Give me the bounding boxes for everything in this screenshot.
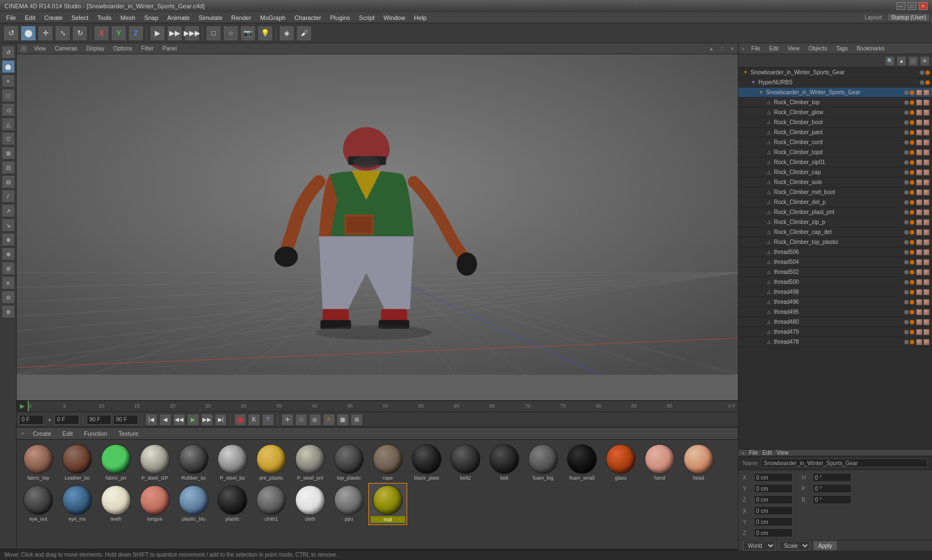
obj-tag-5-0[interactable] [916, 119, 923, 126]
attr-sz-field[interactable] [754, 528, 793, 537]
obj-vis-dot-14[interactable] [904, 210, 909, 215]
obj-render-dot-26[interactable] [910, 330, 914, 334]
tool-12[interactable]: ↘ [2, 218, 15, 232]
motion-btn[interactable]: ◎ [309, 414, 321, 426]
timeline-ruler[interactable]: ▶ 0 5 10 15 20 25 30 35 40 45 50 55 60 6… [17, 400, 738, 411]
obj-vis-dot-0[interactable] [920, 70, 924, 75]
obj-tag-17-1[interactable] [923, 239, 930, 246]
vp-max-btn[interactable]: □ [721, 46, 723, 52]
obj-tag-7-1[interactable] [923, 139, 930, 146]
obj-vis-dot-12[interactable] [904, 190, 909, 195]
obj-tag-23-1[interactable] [923, 299, 930, 306]
menu-simulate[interactable]: Simulate [195, 13, 226, 22]
mat-item-fabric_top[interactable]: fabric_top [19, 442, 58, 483]
obj-render-dot-18[interactable] [910, 250, 914, 254]
obj-row-6[interactable]: △Rock_Climber_pant [738, 128, 932, 138]
mat-item-foam_big[interactable]: foam_big [524, 442, 563, 483]
obj-tab-objects[interactable]: Objects [806, 45, 829, 52]
obj-tag-17-0[interactable] [916, 239, 923, 246]
scale-btn[interactable]: ⤡ [55, 26, 70, 41]
obj-row-9[interactable]: △Rock_Climber_zip01 [738, 157, 932, 167]
obj-row-3[interactable]: △Rock_Climber_top [738, 98, 932, 108]
obj-render-dot-12[interactable] [910, 190, 914, 195]
obj-render-dot-7[interactable] [910, 140, 914, 145]
obj-row-7[interactable]: △Rock_Climber_cord [738, 138, 932, 147]
tool-11[interactable]: ↗ [2, 204, 15, 217]
mat-item-Leather_bo[interactable]: Leather_bo [58, 442, 97, 483]
mat-item-plastic_blu[interactable]: plastic_blu [174, 483, 213, 525]
obj-render-dot-24[interactable] [910, 310, 914, 314]
obj-tag-16-1[interactable] [923, 229, 930, 236]
maximize-button[interactable]: □ [908, 2, 916, 10]
menu-animate[interactable]: Animate [164, 13, 194, 22]
obj-render-dot-10[interactable] [910, 170, 914, 175]
obj-row-1[interactable]: ▼HyperNURBS [738, 78, 932, 88]
mat-tab-create[interactable]: Create [31, 429, 53, 438]
obj-render-dot-21[interactable] [910, 280, 914, 284]
obj-tag-8-0[interactable] [916, 149, 923, 156]
mat-item-top_plastic[interactable]: top_plastic [330, 442, 368, 483]
snap-btn[interactable]: ✛ [281, 414, 293, 426]
obj-vis-dot-16[interactable] [904, 230, 909, 235]
obj-tag-2-0[interactable] [916, 89, 923, 96]
obj-tab-bookmarks[interactable]: Bookmarks [854, 45, 887, 52]
x-axis-btn[interactable]: X [94, 26, 109, 41]
select-btn[interactable]: ⬤ [21, 26, 36, 41]
obj-vis-dot-27[interactable] [904, 340, 909, 344]
obj-tool-close[interactable]: ✕ [920, 56, 930, 66]
object-list[interactable]: ▼Snowboarder_in_Winter_Sports_Gear▼Hyper… [738, 68, 932, 449]
obj-render-dot-4[interactable] [910, 110, 914, 115]
close-button[interactable]: ✕ [919, 2, 928, 10]
menu-render[interactable]: Render [227, 13, 255, 22]
obj-tag-11-0[interactable] [916, 179, 923, 186]
obj-render-dot-6[interactable] [910, 130, 914, 135]
menu-mesh[interactable]: Mesh [116, 13, 139, 22]
obj-vis-dot-11[interactable] [904, 180, 909, 185]
attr-scale-select[interactable]: Scale Size [779, 541, 810, 551]
menu-character[interactable]: Character [291, 13, 325, 22]
obj-vis-dot-10[interactable] [904, 170, 909, 175]
obj-row-19[interactable]: △thread504 [738, 257, 932, 267]
vp-tab-options[interactable]: Options [111, 45, 134, 52]
tool-5[interactable]: △ [2, 118, 15, 131]
obj-tag-13-0[interactable] [916, 199, 923, 206]
obj-tag-10-0[interactable] [916, 169, 923, 176]
obj-tag-21-1[interactable] [923, 279, 930, 286]
mat-item-mat[interactable]: mat [368, 483, 407, 525]
menu-edit[interactable]: Edit [21, 13, 39, 22]
frame-end-field2[interactable] [113, 415, 138, 425]
obj-vis-dot-18[interactable] [904, 250, 909, 254]
obj-render-dot-1[interactable] [925, 80, 930, 85]
viewport[interactable]: Perspective [17, 54, 738, 400]
obj-render-dot-5[interactable] [910, 120, 914, 125]
attr-y-field[interactable] [754, 484, 793, 493]
mat-tab-edit[interactable]: Edit [60, 429, 75, 438]
key-all-btn[interactable]: K [248, 414, 260, 426]
obj-vis-dot-8[interactable] [904, 150, 909, 155]
obj-tag-24-0[interactable] [916, 309, 923, 315]
vp-tab-view[interactable]: View [32, 45, 48, 52]
step-fwd-btn[interactable]: ▶▶ [201, 414, 213, 426]
obj-vis-dot-7[interactable] [904, 140, 909, 145]
mat-item-eye_out[interactable]: eye_out [19, 483, 58, 525]
attr-tab-edit[interactable]: Edit [762, 450, 772, 456]
mat-item-Rubber_so[interactable]: Rubber_so [174, 442, 213, 483]
obj-tag-10-1[interactable] [923, 169, 930, 176]
obj-tag-6-1[interactable] [923, 129, 930, 136]
obj-tag-22-0[interactable] [916, 289, 923, 296]
obj-vis-dot-4[interactable] [904, 110, 909, 115]
obj-vis-dot-25[interactable] [904, 320, 909, 324]
obj-render-dot-22[interactable] [910, 290, 914, 294]
obj-tag-19-1[interactable] [923, 259, 930, 266]
obj-tag-16-0[interactable] [916, 229, 923, 236]
menu-window[interactable]: Window [379, 13, 409, 22]
obj-row-18[interactable]: △thread506 [738, 247, 932, 257]
obj-vis-dot-5[interactable] [904, 120, 909, 125]
jump-end-btn[interactable]: ▶| [215, 414, 227, 426]
mat-item-teeth[interactable]: teeth [97, 483, 135, 525]
paint-btn[interactable]: 🖌 [296, 26, 312, 41]
obj-tag-21-0[interactable] [916, 279, 923, 286]
obj-vis-dot-3[interactable] [904, 100, 909, 105]
obj-row-12[interactable]: △Rock_Climber_met_boot [738, 187, 932, 197]
help-btn[interactable]: ? [262, 414, 274, 426]
